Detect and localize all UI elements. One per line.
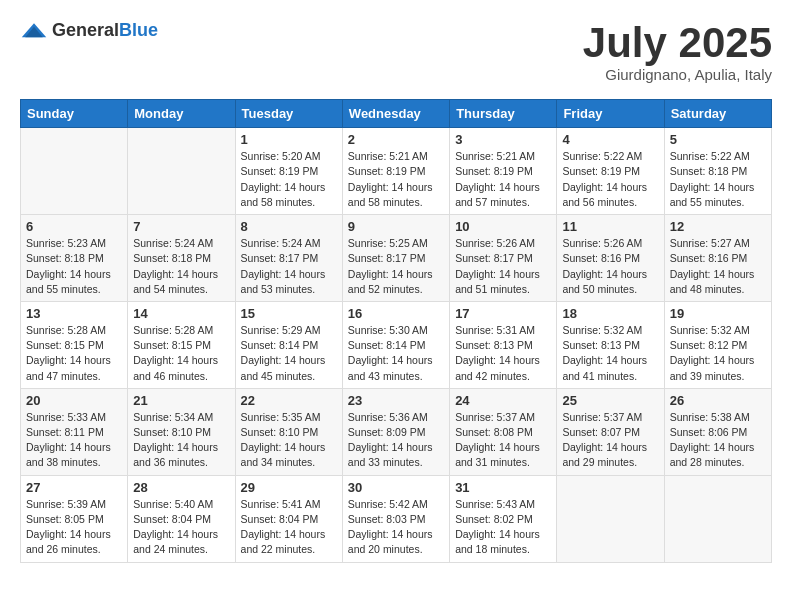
calendar-cell: 30Sunrise: 5:42 AM Sunset: 8:03 PM Dayli…	[342, 475, 449, 562]
calendar-cell: 8Sunrise: 5:24 AM Sunset: 8:17 PM Daylig…	[235, 215, 342, 302]
day-info: Sunrise: 5:39 AM Sunset: 8:05 PM Dayligh…	[26, 497, 122, 558]
logo-text-general: General	[52, 20, 119, 40]
day-info: Sunrise: 5:24 AM Sunset: 8:17 PM Dayligh…	[241, 236, 337, 297]
day-number: 4	[562, 132, 658, 147]
weekday-header: Monday	[128, 100, 235, 128]
logo: GeneralBlue	[20, 20, 158, 41]
day-info: Sunrise: 5:26 AM Sunset: 8:16 PM Dayligh…	[562, 236, 658, 297]
calendar-cell: 28Sunrise: 5:40 AM Sunset: 8:04 PM Dayli…	[128, 475, 235, 562]
day-info: Sunrise: 5:35 AM Sunset: 8:10 PM Dayligh…	[241, 410, 337, 471]
calendar-cell	[557, 475, 664, 562]
calendar-cell: 27Sunrise: 5:39 AM Sunset: 8:05 PM Dayli…	[21, 475, 128, 562]
day-number: 1	[241, 132, 337, 147]
day-number: 31	[455, 480, 551, 495]
day-info: Sunrise: 5:37 AM Sunset: 8:08 PM Dayligh…	[455, 410, 551, 471]
calendar-week-row: 1Sunrise: 5:20 AM Sunset: 8:19 PM Daylig…	[21, 128, 772, 215]
day-number: 25	[562, 393, 658, 408]
day-number: 16	[348, 306, 444, 321]
page-header: GeneralBlue July 2025 Giurdignano, Apuli…	[20, 20, 772, 83]
calendar-table: SundayMondayTuesdayWednesdayThursdayFrid…	[20, 99, 772, 562]
day-info: Sunrise: 5:29 AM Sunset: 8:14 PM Dayligh…	[241, 323, 337, 384]
calendar-week-row: 6Sunrise: 5:23 AM Sunset: 8:18 PM Daylig…	[21, 215, 772, 302]
weekday-header: Wednesday	[342, 100, 449, 128]
calendar-cell: 29Sunrise: 5:41 AM Sunset: 8:04 PM Dayli…	[235, 475, 342, 562]
calendar-cell: 26Sunrise: 5:38 AM Sunset: 8:06 PM Dayli…	[664, 388, 771, 475]
calendar-cell: 21Sunrise: 5:34 AM Sunset: 8:10 PM Dayli…	[128, 388, 235, 475]
day-info: Sunrise: 5:33 AM Sunset: 8:11 PM Dayligh…	[26, 410, 122, 471]
day-number: 26	[670, 393, 766, 408]
calendar-cell: 10Sunrise: 5:26 AM Sunset: 8:17 PM Dayli…	[450, 215, 557, 302]
calendar-cell: 6Sunrise: 5:23 AM Sunset: 8:18 PM Daylig…	[21, 215, 128, 302]
day-info: Sunrise: 5:32 AM Sunset: 8:13 PM Dayligh…	[562, 323, 658, 384]
day-number: 3	[455, 132, 551, 147]
calendar-cell: 24Sunrise: 5:37 AM Sunset: 8:08 PM Dayli…	[450, 388, 557, 475]
day-info: Sunrise: 5:41 AM Sunset: 8:04 PM Dayligh…	[241, 497, 337, 558]
calendar-header-row: SundayMondayTuesdayWednesdayThursdayFrid…	[21, 100, 772, 128]
day-info: Sunrise: 5:40 AM Sunset: 8:04 PM Dayligh…	[133, 497, 229, 558]
calendar-cell: 7Sunrise: 5:24 AM Sunset: 8:18 PM Daylig…	[128, 215, 235, 302]
day-info: Sunrise: 5:23 AM Sunset: 8:18 PM Dayligh…	[26, 236, 122, 297]
day-info: Sunrise: 5:25 AM Sunset: 8:17 PM Dayligh…	[348, 236, 444, 297]
day-number: 9	[348, 219, 444, 234]
day-info: Sunrise: 5:20 AM Sunset: 8:19 PM Dayligh…	[241, 149, 337, 210]
day-info: Sunrise: 5:38 AM Sunset: 8:06 PM Dayligh…	[670, 410, 766, 471]
day-info: Sunrise: 5:21 AM Sunset: 8:19 PM Dayligh…	[348, 149, 444, 210]
logo-text-blue: Blue	[119, 20, 158, 40]
calendar-cell: 20Sunrise: 5:33 AM Sunset: 8:11 PM Dayli…	[21, 388, 128, 475]
weekday-header: Thursday	[450, 100, 557, 128]
title-block: July 2025 Giurdignano, Apulia, Italy	[583, 20, 772, 83]
day-number: 24	[455, 393, 551, 408]
day-info: Sunrise: 5:24 AM Sunset: 8:18 PM Dayligh…	[133, 236, 229, 297]
day-number: 29	[241, 480, 337, 495]
calendar-cell: 17Sunrise: 5:31 AM Sunset: 8:13 PM Dayli…	[450, 301, 557, 388]
day-number: 12	[670, 219, 766, 234]
calendar-cell: 2Sunrise: 5:21 AM Sunset: 8:19 PM Daylig…	[342, 128, 449, 215]
day-number: 14	[133, 306, 229, 321]
calendar-week-row: 13Sunrise: 5:28 AM Sunset: 8:15 PM Dayli…	[21, 301, 772, 388]
logo-icon	[20, 21, 48, 41]
calendar-cell: 13Sunrise: 5:28 AM Sunset: 8:15 PM Dayli…	[21, 301, 128, 388]
calendar-cell: 16Sunrise: 5:30 AM Sunset: 8:14 PM Dayli…	[342, 301, 449, 388]
calendar-week-row: 20Sunrise: 5:33 AM Sunset: 8:11 PM Dayli…	[21, 388, 772, 475]
day-number: 19	[670, 306, 766, 321]
day-info: Sunrise: 5:22 AM Sunset: 8:19 PM Dayligh…	[562, 149, 658, 210]
calendar-cell	[21, 128, 128, 215]
calendar-cell: 31Sunrise: 5:43 AM Sunset: 8:02 PM Dayli…	[450, 475, 557, 562]
day-info: Sunrise: 5:36 AM Sunset: 8:09 PM Dayligh…	[348, 410, 444, 471]
day-number: 30	[348, 480, 444, 495]
day-number: 20	[26, 393, 122, 408]
calendar-cell: 14Sunrise: 5:28 AM Sunset: 8:15 PM Dayli…	[128, 301, 235, 388]
calendar-cell: 15Sunrise: 5:29 AM Sunset: 8:14 PM Dayli…	[235, 301, 342, 388]
calendar-cell: 1Sunrise: 5:20 AM Sunset: 8:19 PM Daylig…	[235, 128, 342, 215]
day-info: Sunrise: 5:21 AM Sunset: 8:19 PM Dayligh…	[455, 149, 551, 210]
day-info: Sunrise: 5:42 AM Sunset: 8:03 PM Dayligh…	[348, 497, 444, 558]
weekday-header: Tuesday	[235, 100, 342, 128]
day-info: Sunrise: 5:43 AM Sunset: 8:02 PM Dayligh…	[455, 497, 551, 558]
day-number: 8	[241, 219, 337, 234]
calendar-cell: 23Sunrise: 5:36 AM Sunset: 8:09 PM Dayli…	[342, 388, 449, 475]
day-number: 23	[348, 393, 444, 408]
day-info: Sunrise: 5:26 AM Sunset: 8:17 PM Dayligh…	[455, 236, 551, 297]
calendar-cell: 3Sunrise: 5:21 AM Sunset: 8:19 PM Daylig…	[450, 128, 557, 215]
calendar-cell: 25Sunrise: 5:37 AM Sunset: 8:07 PM Dayli…	[557, 388, 664, 475]
calendar-cell: 22Sunrise: 5:35 AM Sunset: 8:10 PM Dayli…	[235, 388, 342, 475]
day-number: 21	[133, 393, 229, 408]
day-number: 10	[455, 219, 551, 234]
day-info: Sunrise: 5:34 AM Sunset: 8:10 PM Dayligh…	[133, 410, 229, 471]
calendar-cell: 4Sunrise: 5:22 AM Sunset: 8:19 PM Daylig…	[557, 128, 664, 215]
day-info: Sunrise: 5:31 AM Sunset: 8:13 PM Dayligh…	[455, 323, 551, 384]
calendar-cell: 9Sunrise: 5:25 AM Sunset: 8:17 PM Daylig…	[342, 215, 449, 302]
day-number: 6	[26, 219, 122, 234]
day-number: 11	[562, 219, 658, 234]
day-info: Sunrise: 5:22 AM Sunset: 8:18 PM Dayligh…	[670, 149, 766, 210]
day-number: 22	[241, 393, 337, 408]
day-number: 27	[26, 480, 122, 495]
day-number: 28	[133, 480, 229, 495]
day-info: Sunrise: 5:30 AM Sunset: 8:14 PM Dayligh…	[348, 323, 444, 384]
calendar-cell	[128, 128, 235, 215]
day-info: Sunrise: 5:27 AM Sunset: 8:16 PM Dayligh…	[670, 236, 766, 297]
calendar-cell: 19Sunrise: 5:32 AM Sunset: 8:12 PM Dayli…	[664, 301, 771, 388]
day-number: 17	[455, 306, 551, 321]
day-info: Sunrise: 5:32 AM Sunset: 8:12 PM Dayligh…	[670, 323, 766, 384]
day-info: Sunrise: 5:37 AM Sunset: 8:07 PM Dayligh…	[562, 410, 658, 471]
